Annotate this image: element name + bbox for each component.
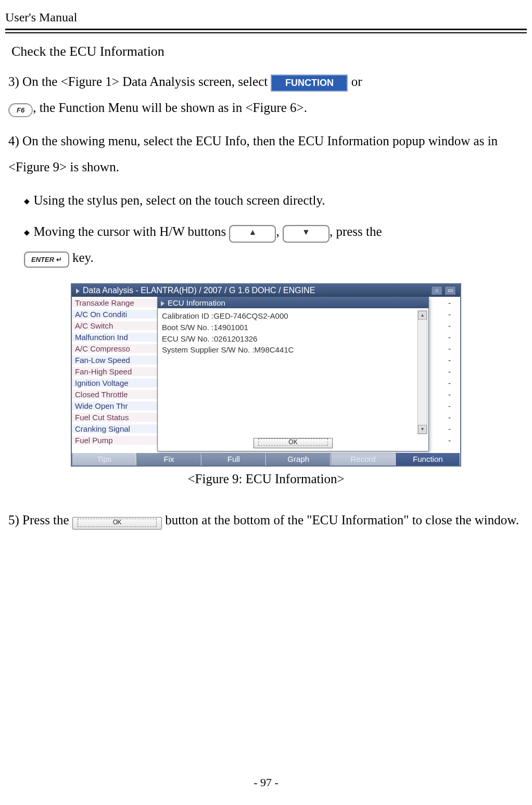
triangle-icon	[161, 301, 164, 306]
section-title: Check the ECU Information	[11, 44, 524, 59]
footer-btn-fix[interactable]: Fix	[136, 453, 201, 466]
bullet-1: Using the stylus pen, select on the touc…	[24, 187, 524, 213]
step5-pre: 5) Press the	[8, 513, 72, 527]
ecu-info-line: Boot S/W No. :14901001	[162, 322, 424, 333]
popup-scrollbar[interactable]: ▴ ▾	[417, 310, 427, 434]
step3-line2-post: , the Function Menu will be shown as in …	[33, 100, 307, 115]
step3-text-pre: 3) On the <Figure 1> Data Analysis scree…	[8, 74, 271, 89]
footer-btn-record[interactable]: Record	[331, 453, 395, 466]
function-button[interactable]: FUNCTION	[271, 74, 348, 92]
window-footer-bar: Tips Fix Full Graph Record Function	[72, 453, 460, 466]
param-label: Transaxle Range	[72, 298, 160, 307]
param-label: Wide Open Thr	[72, 401, 160, 410]
footer-btn-tips[interactable]: Tips	[72, 453, 136, 466]
param-label: A/C On Conditi	[72, 310, 160, 319]
param-label: Closed Throttle	[72, 390, 160, 399]
triangle-icon	[76, 288, 80, 294]
bullet2-post: , press the	[330, 224, 382, 238]
scroll-down-icon[interactable]: ▾	[418, 425, 427, 434]
param-label: Fuel Cut Status	[72, 413, 160, 422]
footer-btn-function[interactable]: Function	[396, 453, 460, 466]
bullet2-pre: Moving the cursor with H/W buttons	[34, 224, 230, 238]
arrow-up-button[interactable]: ▲	[229, 225, 276, 243]
ecu-info-line: ECU S/W No. :0261201326	[162, 333, 424, 345]
scroll-up-icon[interactable]: ▴	[418, 311, 427, 320]
popup-title-text: ECU Information	[168, 298, 225, 307]
ok-button[interactable]: OK	[72, 517, 162, 530]
f6-button[interactable]: F6	[8, 103, 33, 117]
window-title: Data Analysis - ELANTRA(HD) / 2007 / G 1…	[83, 286, 315, 295]
footer-btn-full[interactable]: Full	[201, 453, 266, 466]
bullet-2: Moving the cursor with H/W buttons ▲, ▼,…	[24, 219, 524, 271]
footer-btn-graph[interactable]: Graph	[266, 453, 331, 466]
param-label: Fan-High Speed	[72, 367, 160, 376]
ecu-info-line: Calibration ID :GED-746CQS2-A000	[162, 310, 424, 322]
ecu-info-popup: ECU Information Calibration ID :GED-746C…	[157, 297, 429, 451]
page-header: User's Manual	[5, 10, 527, 28]
param-label: A/C Compresso	[72, 344, 160, 353]
param-label: A/C Switch	[72, 321, 160, 330]
header-separator	[5, 29, 527, 33]
figure-caption: <Figure 9: ECU Information>	[8, 472, 524, 486]
enter-button[interactable]: ENTER	[24, 251, 69, 268]
arrow-down-button[interactable]: ▼	[283, 225, 330, 243]
param-label: Malfunction Ind	[72, 333, 160, 342]
param-label: Ignition Voltage	[72, 379, 160, 387]
window-titlebar: Data Analysis - ELANTRA(HD) / 2007 / G 1…	[72, 284, 460, 297]
close-icon[interactable]: ▭	[445, 286, 456, 295]
step-5: 5) Press the OK button at the bottom of …	[8, 507, 524, 533]
bullet1-text: Using the stylus pen, select on the touc…	[34, 193, 325, 207]
bullet2-mid: ,	[276, 224, 283, 238]
param-label: Fan-Low Speed	[72, 356, 160, 364]
page-number: - 97 -	[0, 776, 532, 789]
step-4: 4) On the showing menu, select the ECU I…	[8, 128, 524, 180]
figure-9: Data Analysis - ELANTRA(HD) / 2007 / G 1…	[71, 283, 461, 467]
bullet2-key: key.	[69, 250, 94, 265]
home-icon[interactable]: ⌂	[431, 286, 442, 295]
step-3: 3) On the <Figure 1> Data Analysis scree…	[8, 69, 524, 121]
step3-text-or: or	[351, 74, 362, 89]
header-title: User's Manual	[5, 10, 77, 24]
param-label: Cranking Signal	[72, 424, 160, 433]
popup-ok-button[interactable]: OK	[254, 438, 333, 448]
step5-post: button at the bottom of the "ECU Informa…	[165, 513, 519, 527]
param-label: Fuel Pump	[72, 436, 160, 445]
ecu-info-line: System Supplier S/W No. :M98C441C	[162, 344, 424, 356]
